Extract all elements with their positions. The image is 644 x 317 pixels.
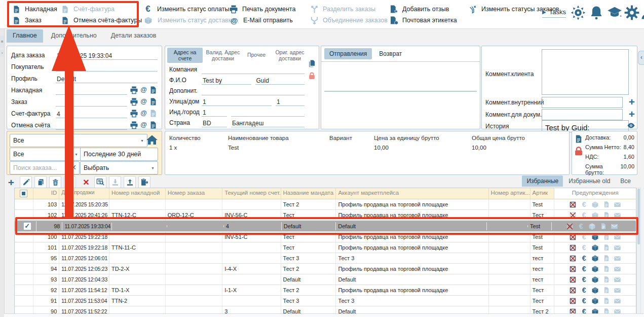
filter-type-select[interactable]: Все▼: [10, 148, 82, 161]
document-warning-icon[interactable]: [602, 265, 610, 273]
street-value[interactable]: 1: [202, 96, 272, 106]
col-sale-date[interactable]: Дата продажи: [59, 188, 109, 199]
tasks-button[interactable]: ▶Tasks: [542, 8, 566, 18]
cube-shipping-icon[interactable]: [591, 244, 599, 252]
select-all-checkbox[interactable]: [15, 188, 33, 199]
euro-payment-icon[interactable]: €: [580, 255, 588, 262]
waybill-button[interactable]: Накладная: [12, 4, 57, 14]
row-checkbox[interactable]: [15, 210, 33, 220]
country-name-value[interactable]: Бангладеш: [231, 118, 305, 127]
document-warning-icon[interactable]: [602, 244, 610, 252]
add-review-button[interactable]: Добавить отзыв: [389, 4, 449, 14]
mail-warning-icon[interactable]: [611, 223, 618, 230]
col-id[interactable]: ID: [33, 188, 60, 199]
row-checkbox[interactable]: [15, 274, 33, 285]
table-horizontal-scrollbar[interactable]: [4, 313, 644, 317]
export-button[interactable]: [124, 176, 136, 188]
document-warning-icon[interactable]: [602, 233, 610, 241]
col-waybill-number[interactable]: Номер накладной: [109, 188, 166, 199]
invoice-field-value[interactable]: 4: [56, 109, 127, 118]
delete-row-button[interactable]: [49, 176, 61, 188]
col-warnings[interactable]: Предупреждения: [554, 188, 636, 199]
cube-shipping-icon[interactable]: [591, 276, 599, 284]
cube-shipping-icon[interactable]: [591, 255, 599, 262]
house-value[interactable]: 1: [276, 96, 305, 106]
col-mandate-name[interactable]: Название мандата: [281, 188, 336, 199]
col-article-number[interactable]: Номер артик...: [489, 188, 531, 199]
row-checkbox[interactable]: ✓: [18, 221, 36, 231]
invoice-cancel-button[interactable]: Отмена счёта-фактуры: [61, 15, 142, 25]
cube-shipping-icon[interactable]: [591, 287, 599, 294]
row-checkbox[interactable]: [15, 199, 33, 209]
cube-shipping-icon[interactable]: [588, 223, 596, 230]
document-warning-icon[interactable]: [602, 201, 610, 208]
table-vertical-scrollbar[interactable]: [636, 188, 641, 314]
add-row-button[interactable]: +: [5, 176, 17, 188]
document-warning-icon[interactable]: [602, 276, 610, 284]
mail-warning-icon[interactable]: [614, 233, 621, 241]
period-filter-box[interactable]: Последние 30 дней: [80, 148, 158, 161]
cube-shipping-icon[interactable]: [591, 201, 599, 208]
edit-row-button[interactable]: [20, 176, 32, 188]
document-icon[interactable]: [149, 97, 158, 106]
crossed-box-warning-icon[interactable]: [569, 297, 577, 305]
add-doc-comment-button[interactable]: +: [629, 109, 635, 119]
notifications-bell-icon[interactable]: [589, 5, 604, 20]
tab-valid-shipping-address[interactable]: Валид. Адрес доставки: [203, 48, 243, 63]
table-row[interactable]: 95 11.07.2025 12:06:01 Тест 3 Тест 3 тес…: [15, 253, 636, 264]
internal-comment-input[interactable]: [542, 97, 623, 108]
address-lock-icon[interactable]: [308, 72, 316, 80]
tab-other[interactable]: Прочее: [243, 48, 270, 63]
search-order-input[interactable]: Поиск заказа...: [10, 161, 72, 174]
euro-payment-icon[interactable]: €: [580, 212, 588, 219]
clear-search-button[interactable]: ✕: [67, 161, 80, 174]
search-in-table-button[interactable]: [94, 176, 106, 188]
table-row[interactable]: 91 11.07.2025 11:53:04 TTN-2 Тест 3 Тест…: [15, 296, 636, 306]
add-internal-comment-button[interactable]: +: [629, 96, 635, 107]
row-checkbox[interactable]: [15, 296, 33, 306]
table-row[interactable]: 94 11.07.2025 12:05:23 TD-2-X I-4-X Тест…: [15, 264, 636, 274]
print-icon[interactable]: [130, 121, 138, 129]
table-row[interactable]: ✓ 98 11.07.2025 19:33:04 4 Default Defau…: [15, 221, 636, 232]
crossed-box-warning-icon[interactable]: [569, 201, 577, 208]
document-icon[interactable]: [149, 121, 158, 129]
client-comment-textarea[interactable]: [542, 49, 629, 95]
totals-lock-icon[interactable]: [573, 146, 584, 157]
send-email-button[interactable]: @E-Mail отправить: [229, 15, 293, 25]
crossed-box-warning-icon[interactable]: [569, 265, 577, 273]
home-icon[interactable]: [146, 134, 158, 146]
cube-shipping-icon[interactable]: [591, 265, 599, 273]
document-warning-icon[interactable]: [602, 255, 610, 262]
profile-value[interactable]: Default: [56, 74, 158, 83]
row-checkbox[interactable]: [15, 285, 33, 295]
cube-shipping-icon[interactable]: [591, 212, 599, 219]
copy-address-icon[interactable]: [308, 59, 316, 68]
table-row[interactable]: 102 11.07.2025 20:41:26 TTN-12-C ORD-12-…: [15, 210, 636, 221]
crossed-box-warning-icon[interactable]: [569, 255, 577, 262]
tab-returns[interactable]: Возврат: [374, 48, 407, 59]
company-value[interactable]: [202, 64, 305, 74]
choose-filter-select[interactable]: Выбрать▼: [80, 161, 158, 174]
totals-document-icon[interactable]: [574, 134, 583, 144]
euro-payment-icon[interactable]: €: [580, 233, 588, 241]
order-button[interactable]: Заказ: [12, 15, 42, 25]
tab-favorites[interactable]: Избранные: [522, 175, 563, 187]
export-clipboard-button[interactable]: [138, 176, 150, 188]
table-row[interactable]: 100 11.07.2025 19:22:18 INV-51-C Тест Пр…: [15, 232, 636, 242]
brightness-settings-icon[interactable]: [571, 5, 586, 20]
table-row[interactable]: 101 11.07.2025 19:22:18 TTN-11-C Тест Пр…: [15, 242, 636, 253]
collapsed-sidebar-chevron[interactable]: ›: [0, 50, 4, 57]
euro-payment-icon[interactable]: €: [580, 297, 588, 305]
email-at-icon[interactable]: @: [140, 109, 147, 118]
cube-shipping-icon[interactable]: [591, 297, 599, 305]
collapse-panel-chevron[interactable]: ‹: [638, 51, 644, 65]
tab-all[interactable]: Все: [616, 175, 635, 187]
collapsed-sidebar-tab[interactable]: я: [0, 36, 4, 48]
document-warning-icon[interactable]: [602, 287, 610, 294]
order-field-value[interactable]: [56, 97, 127, 107]
mail-warning-icon[interactable]: [614, 201, 621, 208]
user-account-icon[interactable]: [639, 5, 644, 20]
euro-payment-icon[interactable]: €: [580, 244, 588, 252]
table-row[interactable]: 92 11.07.2025 11:54:12 TD-1-X I-1-X Тест…: [15, 285, 636, 296]
col-article[interactable]: Артик: [531, 188, 555, 199]
